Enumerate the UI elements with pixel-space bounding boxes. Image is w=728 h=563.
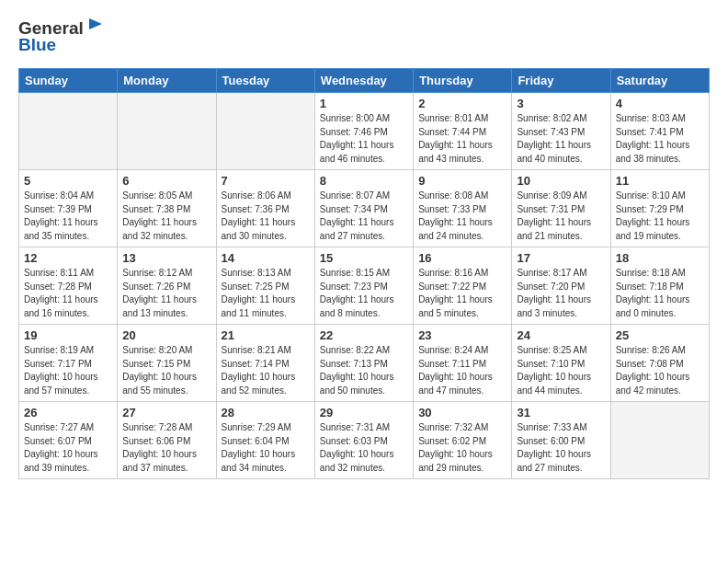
day-cell: 18Sunrise: 8:18 AMSunset: 7:18 PMDayligh… (610, 247, 709, 325)
day-cell: 22Sunrise: 8:22 AMSunset: 7:13 PMDayligh… (314, 325, 413, 402)
day-cell: 8Sunrise: 8:07 AMSunset: 7:34 PMDaylight… (314, 170, 413, 247)
day-number: 28 (222, 406, 310, 419)
day-info: Sunrise: 8:10 AMSunset: 7:29 PMDaylight:… (616, 190, 704, 243)
day-info: Sunrise: 8:15 AMSunset: 7:23 PMDaylight:… (320, 267, 408, 320)
day-cell: 15Sunrise: 8:15 AMSunset: 7:23 PMDayligh… (314, 247, 413, 325)
day-info: Sunrise: 7:31 AMSunset: 6:03 PMDaylight:… (320, 421, 408, 475)
header: General Blue (18, 18, 710, 55)
weekday-saturday: Saturday (610, 69, 709, 93)
day-cell: 26Sunrise: 7:27 AMSunset: 6:07 PMDayligh… (19, 402, 118, 479)
page: General Blue SundayMondayTuesdayWednesda… (0, 0, 728, 498)
day-number: 26 (24, 406, 112, 419)
day-cell (118, 93, 216, 170)
day-cell: 28Sunrise: 7:29 AMSunset: 6:04 PMDayligh… (216, 402, 314, 479)
weekday-friday: Friday (512, 69, 610, 93)
day-info: Sunrise: 7:28 AMSunset: 6:06 PMDaylight:… (122, 421, 210, 475)
day-cell (216, 93, 314, 170)
day-number: 3 (517, 97, 605, 110)
day-cell: 7Sunrise: 8:06 AMSunset: 7:36 PMDaylight… (216, 170, 314, 247)
day-info: Sunrise: 7:27 AMSunset: 6:07 PMDaylight:… (24, 421, 112, 475)
day-cell: 19Sunrise: 8:19 AMSunset: 7:17 PMDayligh… (19, 325, 118, 402)
day-info: Sunrise: 8:05 AMSunset: 7:38 PMDaylight:… (122, 190, 210, 243)
day-info: Sunrise: 8:07 AMSunset: 7:34 PMDaylight:… (320, 190, 408, 243)
day-info: Sunrise: 7:32 AMSunset: 6:02 PMDaylight:… (418, 421, 506, 475)
day-info: Sunrise: 8:24 AMSunset: 7:11 PMDaylight:… (418, 344, 506, 397)
day-cell: 2Sunrise: 8:01 AMSunset: 7:44 PMDaylight… (414, 93, 512, 170)
day-cell: 12Sunrise: 8:11 AMSunset: 7:28 PMDayligh… (19, 247, 118, 325)
day-info: Sunrise: 8:03 AMSunset: 7:41 PMDaylight:… (616, 112, 704, 166)
day-info: Sunrise: 8:11 AMSunset: 7:28 PMDaylight:… (24, 267, 112, 320)
day-info: Sunrise: 8:06 AMSunset: 7:36 PMDaylight:… (222, 190, 310, 243)
day-cell: 5Sunrise: 8:04 AMSunset: 7:39 PMDaylight… (19, 170, 118, 247)
day-cell: 29Sunrise: 7:31 AMSunset: 6:03 PMDayligh… (314, 402, 413, 479)
day-number: 15 (320, 251, 408, 265)
day-number: 2 (418, 97, 506, 110)
day-cell: 4Sunrise: 8:03 AMSunset: 7:41 PMDaylight… (610, 93, 709, 170)
weekday-tuesday: Tuesday (216, 69, 314, 93)
day-info: Sunrise: 8:12 AMSunset: 7:26 PMDaylight:… (122, 267, 210, 320)
day-cell: 23Sunrise: 8:24 AMSunset: 7:11 PMDayligh… (414, 325, 512, 402)
day-info: Sunrise: 8:22 AMSunset: 7:13 PMDaylight:… (320, 344, 408, 397)
day-cell: 3Sunrise: 8:02 AMSunset: 7:43 PMDaylight… (512, 93, 610, 170)
day-info: Sunrise: 8:20 AMSunset: 7:15 PMDaylight:… (122, 344, 210, 397)
day-number: 5 (24, 174, 112, 188)
week-row-4: 19Sunrise: 8:19 AMSunset: 7:17 PMDayligh… (19, 325, 710, 402)
day-info: Sunrise: 8:17 AMSunset: 7:20 PMDaylight:… (517, 267, 605, 320)
day-number: 4 (616, 97, 704, 110)
day-number: 24 (517, 328, 605, 342)
weekday-thursday: Thursday (414, 69, 512, 93)
day-cell: 30Sunrise: 7:32 AMSunset: 6:02 PMDayligh… (414, 402, 512, 479)
day-info: Sunrise: 8:04 AMSunset: 7:39 PMDaylight:… (24, 190, 112, 243)
day-cell: 17Sunrise: 8:17 AMSunset: 7:20 PMDayligh… (512, 247, 610, 325)
week-row-1: 1Sunrise: 8:00 AMSunset: 7:46 PMDaylight… (19, 93, 710, 170)
day-number: 25 (616, 328, 704, 342)
day-number: 30 (418, 406, 506, 419)
day-cell (610, 402, 709, 479)
weekday-monday: Monday (118, 69, 216, 93)
day-number: 17 (517, 251, 605, 265)
day-cell: 16Sunrise: 8:16 AMSunset: 7:22 PMDayligh… (414, 247, 512, 325)
logo: General Blue (18, 18, 106, 55)
day-info: Sunrise: 8:08 AMSunset: 7:33 PMDaylight:… (418, 190, 506, 243)
day-info: Sunrise: 8:18 AMSunset: 7:18 PMDaylight:… (616, 267, 704, 320)
day-number: 18 (616, 251, 704, 265)
day-cell: 9Sunrise: 8:08 AMSunset: 7:33 PMDaylight… (414, 170, 512, 247)
day-cell: 10Sunrise: 8:09 AMSunset: 7:31 PMDayligh… (512, 170, 610, 247)
day-info: Sunrise: 8:16 AMSunset: 7:22 PMDaylight:… (418, 267, 506, 320)
logo-blue: Blue (18, 35, 56, 55)
weekday-wednesday: Wednesday (314, 69, 413, 93)
day-cell: 31Sunrise: 7:33 AMSunset: 6:00 PMDayligh… (512, 402, 610, 479)
day-cell: 13Sunrise: 8:12 AMSunset: 7:26 PMDayligh… (118, 247, 216, 325)
day-info: Sunrise: 8:02 AMSunset: 7:43 PMDaylight:… (517, 112, 605, 166)
logo-flag-icon (85, 17, 106, 37)
day-info: Sunrise: 8:26 AMSunset: 7:08 PMDaylight:… (616, 344, 704, 397)
day-cell: 6Sunrise: 8:05 AMSunset: 7:38 PMDaylight… (118, 170, 216, 247)
day-cell (19, 93, 118, 170)
day-cell: 1Sunrise: 8:00 AMSunset: 7:46 PMDaylight… (314, 93, 413, 170)
weekday-header-row: SundayMondayTuesdayWednesdayThursdayFrid… (19, 69, 710, 93)
day-number: 27 (122, 406, 210, 419)
day-info: Sunrise: 8:25 AMSunset: 7:10 PMDaylight:… (517, 344, 605, 397)
day-number: 21 (222, 328, 310, 342)
day-info: Sunrise: 8:09 AMSunset: 7:31 PMDaylight:… (517, 190, 605, 243)
day-number: 13 (122, 251, 210, 265)
day-number: 10 (517, 174, 605, 188)
day-cell: 25Sunrise: 8:26 AMSunset: 7:08 PMDayligh… (610, 325, 709, 402)
day-number: 12 (24, 251, 112, 265)
day-number: 1 (320, 97, 408, 110)
day-number: 19 (24, 328, 112, 342)
calendar-table: SundayMondayTuesdayWednesdayThursdayFrid… (18, 68, 710, 479)
day-number: 11 (616, 174, 704, 188)
day-info: Sunrise: 8:01 AMSunset: 7:44 PMDaylight:… (418, 112, 506, 166)
day-number: 22 (320, 328, 408, 342)
day-number: 14 (222, 251, 310, 265)
day-cell: 20Sunrise: 8:20 AMSunset: 7:15 PMDayligh… (118, 325, 216, 402)
day-cell: 14Sunrise: 8:13 AMSunset: 7:25 PMDayligh… (216, 247, 314, 325)
day-number: 6 (122, 174, 210, 188)
day-number: 8 (320, 174, 408, 188)
day-info: Sunrise: 8:21 AMSunset: 7:14 PMDaylight:… (222, 344, 310, 397)
day-cell: 27Sunrise: 7:28 AMSunset: 6:06 PMDayligh… (118, 402, 216, 479)
day-number: 20 (122, 328, 210, 342)
day-cell: 11Sunrise: 8:10 AMSunset: 7:29 PMDayligh… (610, 170, 709, 247)
day-info: Sunrise: 8:13 AMSunset: 7:25 PMDaylight:… (222, 267, 310, 320)
